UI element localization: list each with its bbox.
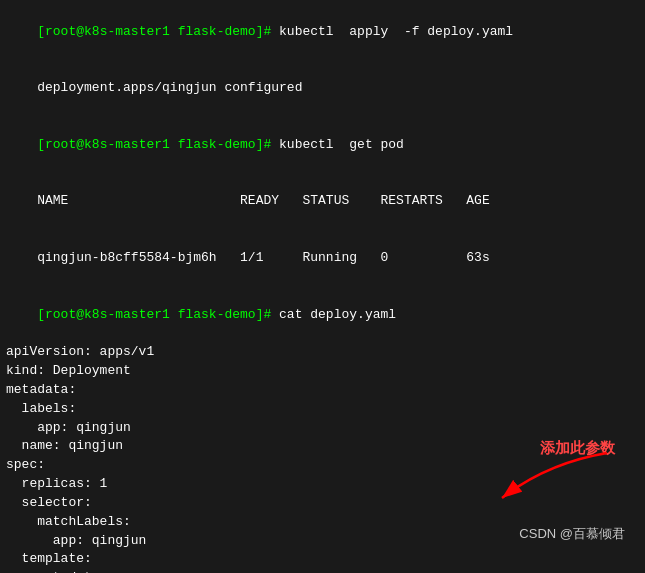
output-5: qingjun-b8cff5584-bjm6h 1/1 Running 0 63… [37,250,489,265]
terminal-line-6: [root@k8s-master1 flask-demo]# cat deplo… [6,287,639,344]
yaml-line-19: metadata: [6,569,639,573]
output-4: NAME READY STATUS RESTARTS AGE [37,193,489,208]
terminal: [root@k8s-master1 flask-demo]# kubectl a… [0,0,645,573]
output-2: deployment.apps/qingjun configured [37,80,302,95]
cmd-6: cat deploy.yaml [279,307,396,322]
annotation-arrow [487,448,617,508]
cmd-3: kubectl get pod [279,137,404,152]
terminal-line-4: NAME READY STATUS RESTARTS AGE [6,174,639,231]
yaml-line-8: kind: Deployment [6,362,639,381]
prompt-3: [root@k8s-master1 flask-demo]# [37,137,279,152]
yaml-line-18: template: [6,550,639,569]
yaml-line-10: labels: [6,400,639,419]
terminal-line-1: [root@k8s-master1 flask-demo]# kubectl a… [6,4,639,61]
yaml-line-7: apiVersion: apps/v1 [6,343,639,362]
csdn-watermark: CSDN @百慕倾君 [519,525,625,543]
yaml-line-11: app: qingjun [6,419,639,438]
terminal-line-2: deployment.apps/qingjun configured [6,61,639,118]
prompt-1: [root@k8s-master1 flask-demo]# [37,24,279,39]
terminal-line-5: qingjun-b8cff5584-bjm6h 1/1 Running 0 63… [6,230,639,287]
prompt-6: [root@k8s-master1 flask-demo]# [37,307,279,322]
yaml-line-9: metadata: [6,381,639,400]
terminal-line-3: [root@k8s-master1 flask-demo]# kubectl g… [6,117,639,174]
cmd-1: kubectl apply -f deploy.yaml [279,24,513,39]
